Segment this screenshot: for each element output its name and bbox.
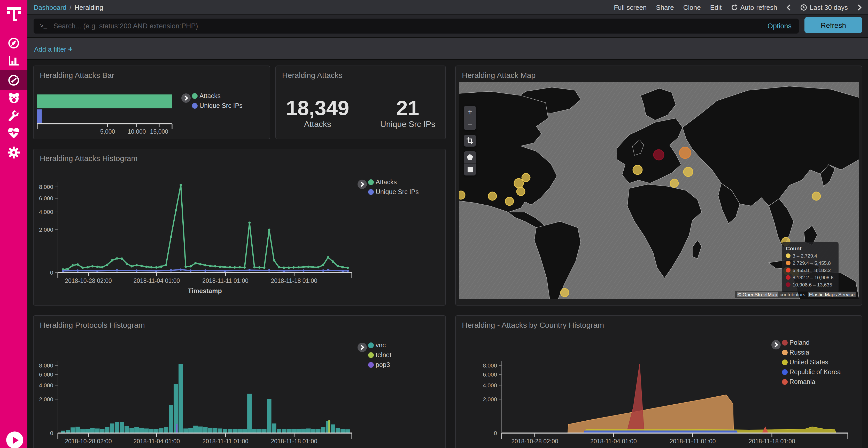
legend-toggle-icon[interactable]	[771, 340, 781, 349]
map-point-Russia	[684, 167, 693, 176]
metric-value: 21	[380, 97, 435, 119]
sidebar-item-timelion[interactable]	[0, 88, 27, 108]
bar-chart-icon	[7, 54, 20, 67]
svg-text:6,000: 6,000	[39, 195, 53, 202]
legend-toggle-icon[interactable]	[181, 94, 191, 103]
series-Russia	[568, 395, 734, 433]
sidebar-item-management[interactable]	[0, 142, 27, 162]
map-zoom-in-button[interactable]: +	[464, 106, 476, 118]
square-icon	[467, 167, 473, 173]
legend-label[interactable]: Romania	[789, 378, 815, 385]
map-legend-swatch	[786, 268, 790, 273]
auto-refresh-button[interactable]: Auto-refresh	[731, 3, 777, 11]
svg-text:8,000: 8,000	[39, 362, 53, 369]
map-attribution: © OpenStreetMap contributors, Elastic Ma…	[735, 291, 857, 298]
ems-attribution-link[interactable]: Elastic Maps Service	[808, 291, 856, 297]
metric-label: Attacks	[286, 120, 349, 129]
kibana-dashboard-app: Dashboard / Heralding Full screen Share …	[0, 0, 868, 448]
breadcrumb-current: Heralding	[74, 3, 103, 11]
legend-label[interactable]: Republic of Korea	[789, 368, 841, 376]
svg-text:2018-10-28 02:00: 2018-10-28 02:00	[65, 277, 112, 284]
search-input[interactable]	[53, 22, 768, 30]
legend-label[interactable]: Unique Src IPs	[376, 188, 419, 195]
sidebar-expand-button[interactable]	[6, 432, 23, 448]
legend-label[interactable]: United States	[789, 358, 828, 366]
map-fit-data-button[interactable]	[464, 135, 476, 146]
legend-label[interactable]: Unique Src IPs	[199, 102, 243, 109]
compass-icon	[7, 36, 20, 49]
svg-text:2018-10-28 02:00: 2018-10-28 02:00	[65, 438, 112, 445]
legend-label[interactable]: telnet	[376, 351, 392, 358]
map-point-Brazil	[561, 288, 569, 297]
metric-label: Unique Src IPs	[380, 120, 435, 129]
map-legend-item: 3 – 2,729.4	[786, 253, 834, 259]
protocols-histogram-chart: 02,0004,0006,0008,0002018-10-28 02:00201…	[34, 316, 446, 448]
legend-label[interactable]: Attacks	[199, 92, 221, 99]
svg-text:8,000: 8,000	[39, 184, 53, 190]
legend-label[interactable]: Russia	[789, 349, 809, 356]
sidebar-item-monitoring[interactable]	[0, 123, 27, 143]
series-Poland	[627, 364, 644, 433]
sidebar-item-devtools[interactable]	[0, 106, 27, 126]
share-button[interactable]: Share	[656, 3, 674, 11]
series-Unique Src IPs	[62, 268, 349, 272]
panel-attacks-bar: Heralding Attacks Bar 5,00010,00015,000A…	[33, 66, 270, 139]
map-point-US-mid-atlantic	[517, 187, 525, 196]
series-telnet	[328, 420, 330, 433]
add-filter-link[interactable]: Add a filter +	[34, 44, 72, 53]
svg-text:0: 0	[50, 269, 53, 276]
map-zoom-out-button[interactable]: −	[464, 118, 476, 130]
map-point-Poland	[654, 150, 664, 160]
osm-attribution-link[interactable]: © OpenStreetMap	[737, 291, 778, 297]
legend-swatch	[782, 369, 788, 375]
svg-text:0: 0	[494, 430, 497, 436]
metric-attacks: 18,349 Attacks	[286, 97, 349, 129]
country-histogram-chart: 02,0004,0006,0008,0002018-10-28 02:00201…	[456, 316, 862, 448]
legend-swatch	[782, 340, 788, 346]
options-link[interactable]: Options	[768, 22, 792, 30]
map-draw-rectangle-button[interactable]	[464, 163, 476, 175]
gear-icon	[7, 146, 20, 159]
svg-text:2018-11-18 01:00: 2018-11-18 01:00	[749, 438, 795, 445]
clone-button[interactable]: Clone	[683, 3, 701, 11]
map-point-US-central	[488, 192, 497, 200]
clock-icon	[801, 4, 807, 10]
bar-Attacks	[37, 95, 172, 108]
svg-text:8,000: 8,000	[483, 362, 497, 369]
legend-swatch	[192, 103, 197, 109]
svg-text:2018-11-04 01:00: 2018-11-04 01:00	[133, 438, 180, 445]
svg-text:4,000: 4,000	[483, 382, 497, 389]
fullscreen-button[interactable]: Full screen	[614, 3, 647, 11]
legend-toggle-icon[interactable]	[358, 343, 367, 352]
top-menu: Full screen Share Clone Edit Auto-refres…	[614, 3, 868, 11]
legend-label[interactable]: Poland	[789, 339, 810, 346]
refresh-button[interactable]: Refresh	[804, 17, 862, 33]
legend-label[interactable]: pop3	[376, 361, 390, 368]
plus-icon: +	[68, 44, 73, 53]
map-point-Russia-west	[679, 147, 691, 159]
world-map[interactable]: + −	[459, 82, 859, 299]
legend-label[interactable]: Attacks	[376, 178, 397, 185]
legend-toggle-icon[interactable]	[358, 180, 367, 189]
map-point-US-southeast	[505, 197, 514, 205]
metric-value: 18,349	[286, 97, 349, 119]
svg-text:4,000: 4,000	[39, 382, 53, 389]
sidebar-item-visualize[interactable]	[0, 50, 27, 70]
breadcrumb-separator: /	[69, 3, 71, 11]
telekom-logo-icon	[0, 6, 27, 23]
sidebar-item-dashboard[interactable]	[0, 70, 27, 90]
map-draw-polygon-button[interactable]	[464, 151, 476, 163]
time-range-button[interactable]: Last 30 days	[801, 3, 848, 11]
edit-button[interactable]: Edit	[710, 3, 722, 11]
time-back-button[interactable]	[786, 4, 791, 10]
time-forward-button[interactable]	[857, 4, 862, 10]
sidebar	[0, 0, 27, 448]
map-legend-swatch	[786, 261, 790, 265]
breadcrumb-dashboard-link[interactable]: Dashboard	[34, 3, 66, 11]
legend-label[interactable]: vnc	[376, 341, 386, 349]
legend-swatch	[782, 379, 788, 385]
pentagon-icon	[467, 154, 473, 161]
crop-icon	[467, 137, 473, 144]
sidebar-item-discover[interactable]	[0, 33, 27, 53]
map-point-US-west	[459, 191, 465, 199]
